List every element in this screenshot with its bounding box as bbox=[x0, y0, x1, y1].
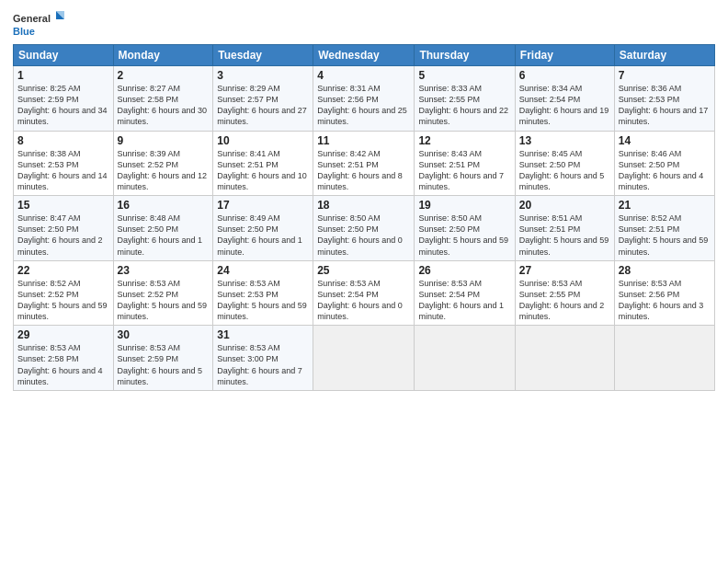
day-info: Sunrise: 8:29 AM Sunset: 2:57 PM Dayligh… bbox=[217, 83, 309, 128]
day-info: Sunrise: 8:38 AM Sunset: 2:53 PM Dayligh… bbox=[17, 148, 109, 193]
day-info: Sunrise: 8:52 AM Sunset: 2:51 PM Dayligh… bbox=[619, 213, 711, 258]
calendar-cell: 31Sunrise: 8:53 AM Sunset: 3:00 PM Dayli… bbox=[213, 326, 313, 391]
day-number: 13 bbox=[519, 134, 610, 147]
day-info: Sunrise: 8:49 AM Sunset: 2:50 PM Dayligh… bbox=[217, 213, 309, 258]
calendar-cell: 16Sunrise: 8:48 AM Sunset: 2:50 PM Dayli… bbox=[113, 196, 213, 261]
day-number: 14 bbox=[619, 134, 711, 147]
calendar-cell: 11Sunrise: 8:42 AM Sunset: 2:51 PM Dayli… bbox=[313, 131, 415, 196]
day-info: Sunrise: 8:53 AM Sunset: 2:54 PM Dayligh… bbox=[317, 278, 410, 323]
day-info: Sunrise: 8:53 AM Sunset: 2:59 PM Dayligh… bbox=[118, 342, 210, 387]
weekday-header-saturday: Saturday bbox=[614, 45, 714, 66]
week-row-4: 22Sunrise: 8:52 AM Sunset: 2:52 PM Dayli… bbox=[14, 260, 715, 326]
day-info: Sunrise: 8:47 AM Sunset: 2:50 PM Dayligh… bbox=[17, 213, 109, 258]
weekday-header-tuesday: Tuesday bbox=[213, 45, 313, 66]
weekday-header-friday: Friday bbox=[515, 45, 614, 66]
calendar-cell: 25Sunrise: 8:53 AM Sunset: 2:54 PM Dayli… bbox=[313, 260, 415, 326]
day-info: Sunrise: 8:46 AM Sunset: 2:50 PM Dayligh… bbox=[619, 148, 711, 193]
calendar-cell: 30Sunrise: 8:53 AM Sunset: 2:59 PM Dayli… bbox=[113, 326, 213, 391]
header: General Blue bbox=[13, 9, 715, 39]
svg-text:General: General bbox=[13, 13, 51, 24]
day-number: 17 bbox=[217, 199, 309, 212]
calendar-cell: 22Sunrise: 8:52 AM Sunset: 2:52 PM Dayli… bbox=[14, 260, 114, 326]
calendar-cell: 1Sunrise: 8:25 AM Sunset: 2:59 PM Daylig… bbox=[14, 66, 114, 132]
day-info: Sunrise: 8:41 AM Sunset: 2:51 PM Dayligh… bbox=[217, 148, 309, 193]
day-info: Sunrise: 8:53 AM Sunset: 3:00 PM Dayligh… bbox=[217, 342, 309, 387]
calendar-cell: 18Sunrise: 8:50 AM Sunset: 2:50 PM Dayli… bbox=[313, 196, 415, 261]
day-number: 5 bbox=[418, 69, 510, 82]
day-info: Sunrise: 8:51 AM Sunset: 2:51 PM Dayligh… bbox=[519, 213, 610, 258]
day-info: Sunrise: 8:50 AM Sunset: 2:50 PM Dayligh… bbox=[317, 213, 410, 258]
calendar-cell: 5Sunrise: 8:33 AM Sunset: 2:55 PM Daylig… bbox=[415, 66, 515, 132]
day-number: 3 bbox=[217, 69, 309, 82]
svg-text:Blue: Blue bbox=[13, 26, 35, 37]
week-row-3: 15Sunrise: 8:47 AM Sunset: 2:50 PM Dayli… bbox=[14, 196, 715, 261]
calendar-cell bbox=[415, 326, 515, 391]
day-number: 11 bbox=[317, 134, 410, 147]
weekday-header-monday: Monday bbox=[113, 45, 213, 66]
calendar-cell: 23Sunrise: 8:53 AM Sunset: 2:52 PM Dayli… bbox=[113, 260, 213, 326]
calendar-cell: 14Sunrise: 8:46 AM Sunset: 2:50 PM Dayli… bbox=[614, 131, 714, 196]
calendar-cell: 20Sunrise: 8:51 AM Sunset: 2:51 PM Dayli… bbox=[515, 196, 614, 261]
calendar-cell: 29Sunrise: 8:53 AM Sunset: 2:58 PM Dayli… bbox=[14, 326, 114, 391]
calendar-cell: 12Sunrise: 8:43 AM Sunset: 2:51 PM Dayli… bbox=[415, 131, 515, 196]
day-number: 20 bbox=[519, 199, 610, 212]
weekday-header-thursday: Thursday bbox=[415, 45, 515, 66]
logo-svg: General Blue bbox=[13, 9, 68, 39]
calendar-cell: 21Sunrise: 8:52 AM Sunset: 2:51 PM Dayli… bbox=[614, 196, 714, 261]
day-number: 21 bbox=[619, 199, 711, 212]
page: General Blue SundayMondayTuesdayWednesda… bbox=[0, 0, 728, 563]
calendar-cell: 4Sunrise: 8:31 AM Sunset: 2:56 PM Daylig… bbox=[313, 66, 415, 132]
day-info: Sunrise: 8:36 AM Sunset: 2:53 PM Dayligh… bbox=[619, 83, 711, 128]
day-info: Sunrise: 8:52 AM Sunset: 2:52 PM Dayligh… bbox=[17, 278, 109, 323]
weekday-header-sunday: Sunday bbox=[14, 45, 114, 66]
calendar-cell bbox=[614, 326, 714, 391]
day-info: Sunrise: 8:53 AM Sunset: 2:52 PM Dayligh… bbox=[118, 278, 210, 323]
day-number: 18 bbox=[317, 199, 410, 212]
day-number: 19 bbox=[418, 199, 510, 212]
day-number: 12 bbox=[418, 134, 510, 147]
day-info: Sunrise: 8:53 AM Sunset: 2:56 PM Dayligh… bbox=[619, 278, 711, 323]
calendar-header: SundayMondayTuesdayWednesdayThursdayFrid… bbox=[14, 45, 715, 66]
week-row-1: 1Sunrise: 8:25 AM Sunset: 2:59 PM Daylig… bbox=[14, 66, 715, 132]
calendar-table: SundayMondayTuesdayWednesdayThursdayFrid… bbox=[13, 44, 715, 391]
day-info: Sunrise: 8:27 AM Sunset: 2:58 PM Dayligh… bbox=[118, 83, 210, 128]
day-info: Sunrise: 8:50 AM Sunset: 2:50 PM Dayligh… bbox=[418, 213, 510, 258]
calendar-cell: 28Sunrise: 8:53 AM Sunset: 2:56 PM Dayli… bbox=[614, 260, 714, 326]
day-info: Sunrise: 8:42 AM Sunset: 2:51 PM Dayligh… bbox=[317, 148, 410, 193]
day-number: 28 bbox=[619, 264, 711, 277]
calendar-cell: 10Sunrise: 8:41 AM Sunset: 2:51 PM Dayli… bbox=[213, 131, 313, 196]
calendar-cell: 2Sunrise: 8:27 AM Sunset: 2:58 PM Daylig… bbox=[113, 66, 213, 132]
week-row-2: 8Sunrise: 8:38 AM Sunset: 2:53 PM Daylig… bbox=[14, 131, 715, 196]
calendar-cell bbox=[313, 326, 415, 391]
day-number: 2 bbox=[118, 69, 210, 82]
day-number: 1 bbox=[17, 69, 109, 82]
day-number: 26 bbox=[418, 264, 510, 277]
day-number: 10 bbox=[217, 134, 309, 147]
calendar-cell: 13Sunrise: 8:45 AM Sunset: 2:50 PM Dayli… bbox=[515, 131, 614, 196]
day-number: 4 bbox=[317, 69, 410, 82]
day-info: Sunrise: 8:48 AM Sunset: 2:50 PM Dayligh… bbox=[118, 213, 210, 258]
day-number: 27 bbox=[519, 264, 610, 277]
day-number: 9 bbox=[118, 134, 210, 147]
day-number: 16 bbox=[118, 199, 210, 212]
calendar-cell: 19Sunrise: 8:50 AM Sunset: 2:50 PM Dayli… bbox=[415, 196, 515, 261]
calendar-cell: 24Sunrise: 8:53 AM Sunset: 2:53 PM Dayli… bbox=[213, 260, 313, 326]
day-number: 7 bbox=[619, 69, 711, 82]
day-number: 24 bbox=[217, 264, 309, 277]
day-number: 8 bbox=[17, 134, 109, 147]
calendar-body: 1Sunrise: 8:25 AM Sunset: 2:59 PM Daylig… bbox=[14, 66, 715, 391]
day-number: 23 bbox=[118, 264, 210, 277]
day-number: 29 bbox=[17, 328, 109, 341]
day-info: Sunrise: 8:53 AM Sunset: 2:54 PM Dayligh… bbox=[418, 278, 510, 323]
week-row-5: 29Sunrise: 8:53 AM Sunset: 2:58 PM Dayli… bbox=[14, 326, 715, 391]
calendar-cell: 6Sunrise: 8:34 AM Sunset: 2:54 PM Daylig… bbox=[515, 66, 614, 132]
day-info: Sunrise: 8:34 AM Sunset: 2:54 PM Dayligh… bbox=[519, 83, 610, 128]
calendar-cell: 7Sunrise: 8:36 AM Sunset: 2:53 PM Daylig… bbox=[614, 66, 714, 132]
day-info: Sunrise: 8:31 AM Sunset: 2:56 PM Dayligh… bbox=[317, 83, 410, 128]
calendar-cell: 26Sunrise: 8:53 AM Sunset: 2:54 PM Dayli… bbox=[415, 260, 515, 326]
day-info: Sunrise: 8:39 AM Sunset: 2:52 PM Dayligh… bbox=[118, 148, 210, 193]
day-number: 25 bbox=[317, 264, 410, 277]
day-info: Sunrise: 8:53 AM Sunset: 2:58 PM Dayligh… bbox=[17, 342, 109, 387]
calendar-cell: 17Sunrise: 8:49 AM Sunset: 2:50 PM Dayli… bbox=[213, 196, 313, 261]
day-info: Sunrise: 8:25 AM Sunset: 2:59 PM Dayligh… bbox=[17, 83, 109, 128]
